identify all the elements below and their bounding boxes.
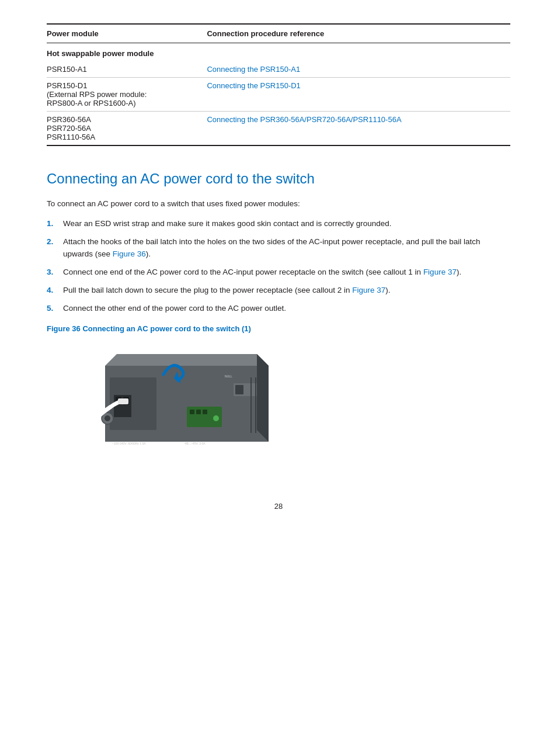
col1-header: Power module xyxy=(47,24,207,43)
board-led xyxy=(213,415,219,421)
table-row: PSR150-A1 Connecting the PSR150-A1 xyxy=(47,61,510,78)
step-text: Attach the hooks of the bail latch into … xyxy=(63,236,510,261)
switch-figure: ~100-240V; 60/60Hz 1.5A -4B...~45V; 3.0A… xyxy=(70,342,292,465)
switch-label-null: NULL xyxy=(225,374,232,378)
module-name: PSR360-56A PSR720-56A PSR1110-56A xyxy=(47,112,207,146)
step-number: 1. xyxy=(47,218,63,230)
figure37-link-1[interactable]: Figure 37 xyxy=(423,268,457,276)
switch-label-dc: -4B...~45V; 3.0A xyxy=(184,442,206,445)
switch-body-right xyxy=(257,354,269,442)
psr150a1-link[interactable]: Connecting the PSR150-A1 xyxy=(207,65,300,74)
table-row: PSR150-D1 (External RPS power module: RP… xyxy=(47,78,510,112)
connection-link[interactable]: Connecting the PSR150-A1 xyxy=(207,61,510,78)
page-number: 28 xyxy=(47,502,510,511)
board-component-1 xyxy=(190,410,194,414)
list-item: 2. Attach the hooks of the bail latch in… xyxy=(47,236,510,261)
board-component-3 xyxy=(203,410,207,414)
step-text: Wear an ESD wrist strap and make sure it… xyxy=(63,218,510,230)
intro-text: To connect an AC power cord to a switch … xyxy=(47,198,510,210)
board-component-2 xyxy=(196,410,201,414)
table-section-header-row: Hot swappable power module xyxy=(47,43,510,62)
connection-link[interactable]: Connecting the PSR360-56A/PSR720-56A/PSR… xyxy=(207,112,510,146)
step-number: 3. xyxy=(47,266,63,279)
step-number: 2. xyxy=(47,236,63,261)
list-item: 3. Connect one end of the AC power cord … xyxy=(47,266,510,279)
module-detail xyxy=(235,385,243,394)
switch-body-top xyxy=(105,354,269,366)
module-name: PSR150-D1 (External RPS power module: RP… xyxy=(47,78,207,112)
hot-swappable-header: Hot swappable power module xyxy=(47,43,510,62)
figure37-link-2[interactable]: Figure 37 xyxy=(352,286,385,294)
list-item: 4. Pull the bail latch down to secure th… xyxy=(47,285,510,297)
psr150d1-link[interactable]: Connecting the PSR150-D1 xyxy=(207,81,300,90)
circular-connector-inner xyxy=(105,415,110,421)
step-text: Connect one end of the AC power cord to … xyxy=(63,266,510,279)
module-name: PSR150-A1 xyxy=(47,61,207,78)
step-text: Connect the other end of the power cord … xyxy=(63,303,510,315)
psr360-link[interactable]: Connecting the PSR360-56A/PSR720-56A/PSR… xyxy=(207,115,401,124)
figure36-link[interactable]: Figure 36 xyxy=(113,249,146,258)
power-module-table: Power module Connection procedure refere… xyxy=(47,23,510,146)
list-item: 1. Wear an ESD wrist strap and make sure… xyxy=(47,218,510,230)
step-number: 5. xyxy=(47,303,63,315)
cord-connector xyxy=(118,398,128,404)
connection-link[interactable]: Connecting the PSR150-D1 xyxy=(207,78,510,112)
list-item: 5. Connect the other end of the power co… xyxy=(47,303,510,315)
steps-list: 1. Wear an ESD wrist strap and make sure… xyxy=(47,218,510,315)
section-title: Connecting an AC power cord to the switc… xyxy=(47,169,510,188)
switch-label-voltage: ~100-240V; 60/60Hz 1.5A xyxy=(112,442,146,445)
step-text: Pull the bail latch down to secure the p… xyxy=(63,285,510,297)
table-row: PSR360-56A PSR720-56A PSR1110-56A Connec… xyxy=(47,112,510,146)
figure-container: ~100-240V; 60/60Hz 1.5A -4B...~45V; 3.0A… xyxy=(70,342,510,467)
col2-header: Connection procedure reference xyxy=(207,24,510,43)
figure-caption: Figure 36 Connecting an AC power cord to… xyxy=(47,324,510,333)
step-number: 4. xyxy=(47,285,63,297)
